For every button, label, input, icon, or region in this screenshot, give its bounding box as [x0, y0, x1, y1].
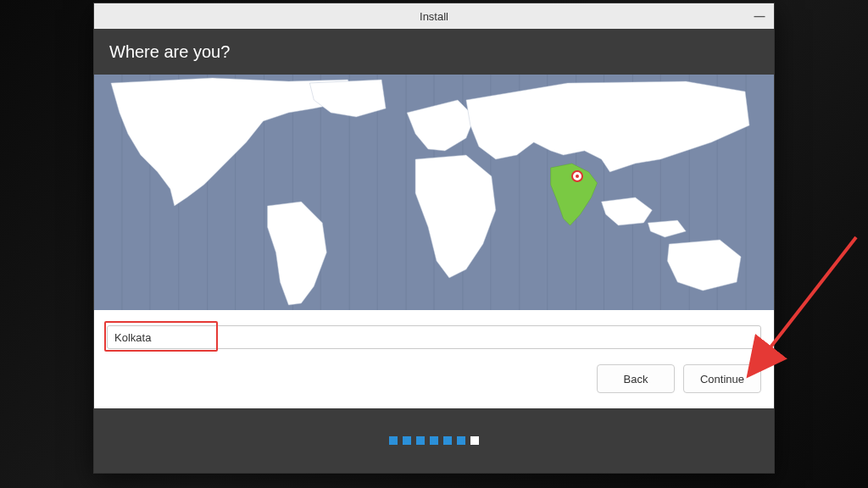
step-dot — [457, 436, 465, 445]
progress-footer — [94, 408, 774, 473]
step-dot-current — [470, 436, 479, 445]
location-form-row — [94, 310, 774, 358]
location-pin-icon — [571, 170, 583, 182]
installer-window: Install — Where are you? — [93, 3, 775, 474]
step-dot — [403, 436, 411, 445]
continue-button[interactable]: Continue — [683, 364, 761, 393]
nav-button-row: Back Continue — [94, 358, 774, 408]
world-map-svg — [94, 75, 774, 310]
step-dot — [430, 436, 438, 445]
step-dot — [389, 436, 398, 445]
back-button[interactable]: Back — [597, 364, 675, 393]
location-input[interactable] — [107, 325, 761, 349]
window-title: Install — [420, 10, 448, 23]
page-header: Where are you? — [94, 29, 774, 75]
timezone-map[interactable] — [94, 75, 774, 310]
step-dot — [416, 436, 425, 445]
titlebar[interactable]: Install — — [94, 3, 774, 29]
page-title: Where are you? — [109, 42, 230, 62]
minimize-icon[interactable]: — — [754, 10, 765, 22]
step-dot — [443, 436, 452, 445]
